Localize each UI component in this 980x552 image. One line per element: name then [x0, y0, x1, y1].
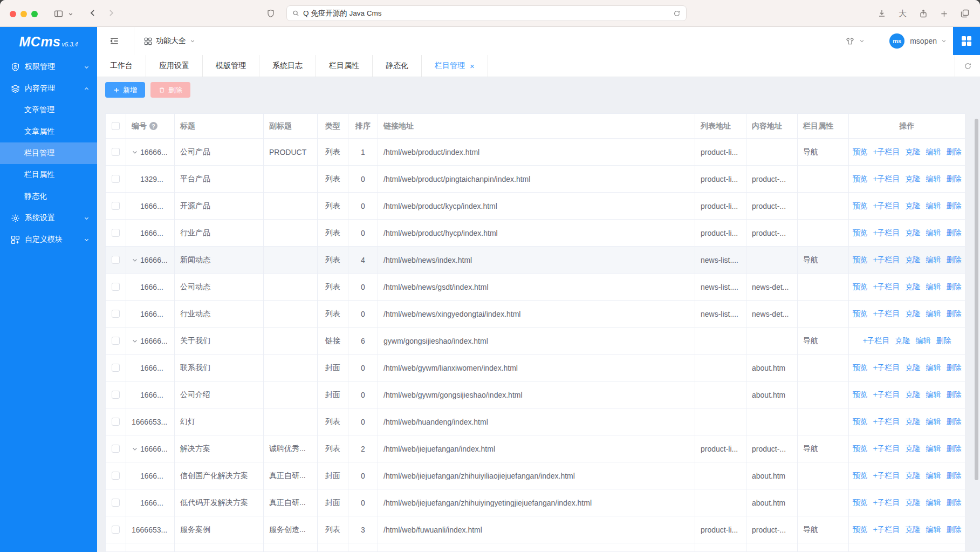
tab-static[interactable]: 静态化: [373, 55, 422, 77]
op-clone[interactable]: 克隆: [906, 363, 921, 373]
op-delete[interactable]: 删除: [947, 147, 962, 157]
sidebar-item-column-management[interactable]: 栏目管理: [0, 142, 97, 164]
expand-icon[interactable]: [132, 446, 138, 452]
op-edit[interactable]: 编辑: [926, 471, 941, 481]
sidebar-item-custom-modules[interactable]: 自定义模块: [0, 229, 97, 250]
tab-workbench[interactable]: 工作台: [97, 55, 146, 77]
op-edit[interactable]: 编辑: [926, 498, 941, 508]
op-edit[interactable]: 编辑: [926, 390, 941, 400]
vertical-scrollbar[interactable]: [975, 119, 978, 480]
op-add-subcolumn[interactable]: +子栏目: [862, 336, 889, 346]
sidebar-item-content-management[interactable]: 内容管理: [0, 78, 97, 99]
op-preview[interactable]: 预览: [852, 363, 867, 373]
op-preview[interactable]: 预览: [852, 174, 867, 184]
op-add-subcolumn[interactable]: +子栏目: [873, 282, 900, 292]
op-preview[interactable]: 预览: [852, 417, 867, 427]
op-delete[interactable]: 删除: [947, 255, 962, 265]
op-delete[interactable]: 删除: [947, 201, 962, 211]
tab-column-attributes[interactable]: 栏目属性: [316, 55, 373, 77]
op-delete[interactable]: 删除: [947, 525, 962, 535]
op-edit[interactable]: 编辑: [926, 255, 941, 265]
op-preview[interactable]: 预览: [852, 498, 867, 508]
op-clone[interactable]: 克隆: [906, 444, 921, 454]
sidebar-item-column-attributes[interactable]: 栏目属性: [0, 164, 97, 186]
apps-panel-button[interactable]: [953, 27, 980, 55]
text-size-icon[interactable]: 大: [899, 9, 907, 19]
row-checkbox[interactable]: [112, 175, 120, 183]
sidebar-chevron-down-icon[interactable]: [68, 11, 73, 17]
op-edit[interactable]: 编辑: [926, 525, 941, 535]
minimize-window-button[interactable]: [20, 11, 27, 17]
op-preview[interactable]: 预览: [852, 525, 867, 535]
user-menu-chevron-down-icon[interactable]: [941, 38, 947, 44]
op-clone[interactable]: 克隆: [906, 417, 921, 427]
op-delete[interactable]: 删除: [947, 390, 962, 400]
close-icon[interactable]: ×: [470, 62, 475, 70]
op-delete[interactable]: 删除: [947, 417, 962, 427]
op-delete[interactable]: 删除: [947, 444, 962, 454]
op-edit[interactable]: 编辑: [926, 147, 941, 157]
op-add-subcolumn[interactable]: +子栏目: [873, 525, 900, 535]
row-checkbox[interactable]: [112, 148, 120, 156]
op-clone[interactable]: 克隆: [906, 174, 921, 184]
tab-template-management[interactable]: 模版管理: [203, 55, 259, 77]
op-add-subcolumn[interactable]: +子栏目: [873, 147, 900, 157]
downloads-icon[interactable]: [878, 9, 886, 18]
row-checkbox[interactable]: [112, 310, 120, 318]
row-checkbox[interactable]: [112, 472, 120, 480]
row-checkbox[interactable]: [112, 256, 120, 264]
row-checkbox[interactable]: [112, 418, 120, 426]
op-edit[interactable]: 编辑: [926, 228, 941, 238]
op-preview[interactable]: 预览: [852, 255, 867, 265]
op-preview[interactable]: 预览: [852, 309, 867, 319]
reload-icon[interactable]: [673, 10, 681, 17]
op-clone[interactable]: 克隆: [906, 255, 921, 265]
app-menu-dropdown[interactable]: 功能大全: [144, 27, 195, 55]
row-checkbox[interactable]: [112, 364, 120, 372]
op-edit[interactable]: 编辑: [926, 444, 941, 454]
op-delete[interactable]: 删除: [947, 309, 962, 319]
row-checkbox[interactable]: [112, 229, 120, 237]
browser-sidebar-toggle-icon[interactable]: [54, 9, 63, 18]
op-add-subcolumn[interactable]: +子栏目: [873, 498, 900, 508]
op-delete[interactable]: 删除: [936, 336, 951, 346]
sidebar-item-article-attributes[interactable]: 文章属性: [0, 121, 97, 142]
op-edit[interactable]: 编辑: [926, 282, 941, 292]
op-clone[interactable]: 克隆: [906, 498, 921, 508]
op-clone[interactable]: 克隆: [906, 228, 921, 238]
theme-chevron-down-icon[interactable]: [859, 38, 865, 44]
expand-icon[interactable]: [132, 149, 138, 155]
op-preview[interactable]: 预览: [852, 282, 867, 292]
refresh-tab-button[interactable]: [955, 55, 980, 77]
op-delete[interactable]: 删除: [947, 228, 962, 238]
zoom-window-button[interactable]: [31, 11, 38, 17]
forward-button-icon[interactable]: [107, 9, 115, 17]
row-checkbox[interactable]: [112, 391, 120, 399]
row-checkbox[interactable]: [112, 337, 120, 345]
tab-app-settings[interactable]: 应用设置: [146, 55, 203, 77]
op-clone[interactable]: 克隆: [906, 390, 921, 400]
op-delete[interactable]: 删除: [947, 174, 962, 184]
op-add-subcolumn[interactable]: +子栏目: [873, 444, 900, 454]
sidebar-item-static-generation[interactable]: 静态化: [0, 186, 97, 207]
op-add-subcolumn[interactable]: +子栏目: [873, 201, 900, 211]
tab-system-logs[interactable]: 系统日志: [259, 55, 316, 77]
add-button[interactable]: 新增: [105, 82, 145, 98]
row-checkbox[interactable]: [112, 499, 120, 507]
op-preview[interactable]: 预览: [852, 390, 867, 400]
op-preview[interactable]: 预览: [852, 228, 867, 238]
op-edit[interactable]: 编辑: [926, 309, 941, 319]
op-clone[interactable]: 克隆: [906, 309, 921, 319]
op-edit[interactable]: 编辑: [926, 417, 941, 427]
op-edit[interactable]: 编辑: [926, 363, 941, 373]
op-delete[interactable]: 删除: [947, 498, 962, 508]
row-checkbox[interactable]: [112, 283, 120, 291]
op-clone[interactable]: 克隆: [906, 147, 921, 157]
op-preview[interactable]: 预览: [852, 471, 867, 481]
op-add-subcolumn[interactable]: +子栏目: [873, 255, 900, 265]
tab-overview-icon[interactable]: [961, 9, 969, 18]
close-window-button[interactable]: [10, 11, 16, 17]
op-add-subcolumn[interactable]: +子栏目: [873, 417, 900, 427]
op-delete[interactable]: 删除: [947, 471, 962, 481]
theme-tshirt-icon[interactable]: [845, 36, 855, 46]
